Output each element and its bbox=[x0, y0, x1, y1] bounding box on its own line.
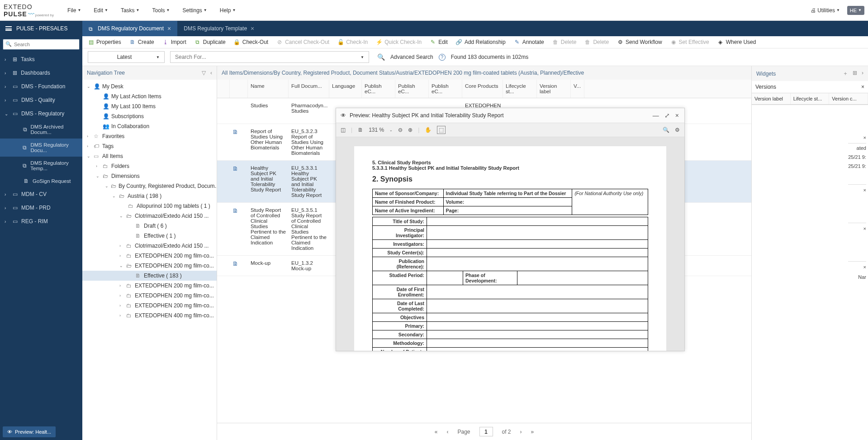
zoom-out-icon[interactable]: ⊖ bbox=[398, 127, 403, 133]
sidebar-item[interactable]: ›▭DMS - Foundation bbox=[0, 80, 82, 93]
grid-header[interactable]: Publish eC... bbox=[395, 80, 429, 98]
page-input[interactable] bbox=[479, 427, 493, 436]
toolbar-import[interactable]: ⭳Import bbox=[162, 39, 186, 45]
tree-node[interactable]: ›🗀EXTEDOPHEN 200 mg film-co... bbox=[82, 251, 217, 261]
toolbar-check-out[interactable]: 🔒Check-Out bbox=[234, 39, 268, 45]
close-icon[interactable]: × bbox=[863, 226, 866, 231]
menu-tasks[interactable]: Tasks▼ bbox=[121, 7, 140, 14]
tree-node[interactable]: ⌄🗁Austria ( 198 ) bbox=[82, 191, 217, 201]
menu-settings[interactable]: Settings▼ bbox=[182, 7, 207, 14]
tree-node[interactable]: ›☆Favorites bbox=[82, 131, 217, 141]
sidebar-item[interactable]: ›⊞Tasks bbox=[0, 53, 82, 66]
toolbar-send-workflow[interactable]: ⚙Send Workflow bbox=[617, 39, 662, 45]
bottom-preview-button[interactable]: 👁 Preview: Healt... bbox=[3, 426, 56, 437]
close-icon[interactable]: × bbox=[674, 111, 680, 120]
sidebar-item[interactable]: 🗎GoSign Request bbox=[0, 175, 82, 187]
menu-help[interactable]: Help▼ bbox=[220, 7, 236, 14]
tree-node[interactable]: ⌄🗁Dimensions bbox=[82, 171, 217, 181]
menu-edit[interactable]: Edit▼ bbox=[94, 7, 108, 14]
grid-header[interactable]: Name bbox=[248, 80, 289, 98]
latest-dropdown[interactable]: Latest▼ bbox=[88, 51, 165, 63]
collapse-icon[interactable]: ‹ bbox=[210, 70, 212, 76]
sidebar-item[interactable]: ⌄▭DMS - Regulatory bbox=[0, 107, 82, 120]
toolbar-create[interactable]: 🗎Create bbox=[129, 39, 154, 45]
grid-header[interactable]: Publish eC... bbox=[429, 80, 462, 98]
prev-page[interactable]: ‹ bbox=[446, 429, 448, 435]
toolbar-properties[interactable]: ▤Properties bbox=[88, 39, 121, 45]
hamburger-icon[interactable] bbox=[5, 26, 12, 31]
close-icon[interactable]: × bbox=[167, 25, 171, 32]
tree-node[interactable]: ⌄🗁Clotrimazol/Extedo Acid 150 ... bbox=[82, 211, 217, 221]
toolbar-where-used[interactable]: ◈Where Used bbox=[717, 39, 756, 45]
grid-header[interactable]: Publish eC... bbox=[362, 80, 395, 98]
tree-node[interactable]: ›🗀EXTEDOPHEN 200 mg film-co... bbox=[82, 301, 217, 311]
tree-node[interactable]: ›🗀EXTEDOPHEN 200 mg film-co... bbox=[82, 281, 217, 291]
sidebar-item[interactable]: ›▭MDM - CV bbox=[0, 187, 82, 201]
minimize-icon[interactable]: — bbox=[652, 111, 660, 120]
tree-node[interactable]: 👤My Last 100 Items bbox=[82, 101, 217, 111]
search-icon[interactable]: 🔍 bbox=[377, 53, 385, 61]
close-icon[interactable]: × bbox=[863, 264, 866, 270]
sidebar-item[interactable]: ⧉DMS Regulatory Temp... bbox=[0, 157, 82, 175]
zoom-level[interactable]: 131 % bbox=[369, 127, 384, 133]
grid-header[interactable]: Version label bbox=[537, 80, 571, 98]
tree-node[interactable]: 🗎Effective ( 1 ) bbox=[82, 231, 217, 241]
grid-header[interactable]: Lifecycle st... bbox=[503, 80, 537, 98]
toolbar-annotate[interactable]: ✎Annotate bbox=[514, 39, 544, 45]
select-icon[interactable]: ⬚ bbox=[437, 126, 446, 134]
grid-header[interactable]: V... bbox=[571, 80, 584, 98]
advanced-search-link[interactable]: Advanced Search bbox=[390, 54, 433, 60]
sidebar-item[interactable]: ›▭REG - RIM bbox=[0, 215, 82, 228]
menu-file[interactable]: File▼ bbox=[67, 7, 81, 14]
sidebar-search[interactable] bbox=[3, 39, 80, 50]
tree-node[interactable]: ⌄👤My Desk bbox=[82, 81, 217, 91]
add-icon[interactable]: ＋ bbox=[843, 70, 848, 77]
sidebar-toggle-icon[interactable]: ◫ bbox=[341, 127, 346, 133]
help-icon[interactable]: ? bbox=[439, 54, 446, 61]
zoom-in-icon[interactable]: ⊕ bbox=[408, 127, 413, 133]
next-page[interactable]: › bbox=[520, 429, 522, 435]
gear-icon[interactable]: ⚙ bbox=[675, 127, 680, 133]
sidebar-item[interactable]: ⧉DMS Archived Docum... bbox=[0, 120, 82, 139]
tree-node[interactable]: 👤My Last Action Items bbox=[82, 91, 217, 101]
grid-icon[interactable]: ⊞ bbox=[853, 70, 857, 77]
close-icon[interactable]: × bbox=[251, 25, 254, 32]
tree-node[interactable]: ⌄▭All Items bbox=[82, 151, 217, 161]
chevron-right-icon[interactable]: › bbox=[862, 70, 863, 77]
close-icon[interactable]: × bbox=[863, 187, 866, 193]
toolbar-edit[interactable]: ✎Edit bbox=[430, 39, 448, 45]
user-menu[interactable]: HE▼ bbox=[847, 6, 864, 15]
close-icon[interactable]: × bbox=[861, 84, 864, 90]
close-icon[interactable]: × bbox=[863, 135, 866, 140]
tree-node[interactable]: 🗀Allopurinol 100 mg tablets ( 1 ) bbox=[82, 201, 217, 211]
tab-dms-reg-doc[interactable]: ⧉ DMS Regulatory Document × bbox=[82, 21, 177, 36]
tree-node[interactable]: ›🗀Folders bbox=[82, 161, 217, 171]
last-page[interactable]: » bbox=[531, 429, 534, 435]
sidebar-item[interactable]: ›▭MDM - PRD bbox=[0, 201, 82, 215]
sidebar-item[interactable]: ›▭DMS - Quality bbox=[0, 93, 82, 107]
tree-node[interactable]: 🗎Effective ( 183 ) bbox=[82, 271, 217, 281]
tree-node[interactable]: ⌄🗁EXTEDOPHEN 200 mg film-co... bbox=[82, 261, 217, 271]
toolbar-add-relationship[interactable]: 🔗Add Relationship bbox=[456, 39, 506, 45]
search-input[interactable] bbox=[175, 54, 360, 60]
filter-icon[interactable]: ▽ bbox=[202, 70, 206, 76]
tree-node[interactable]: 🗎Draft ( 6 ) bbox=[82, 221, 217, 231]
tab-dms-reg-template[interactable]: DMS Regulatory Template × bbox=[177, 21, 261, 36]
tree-node[interactable]: ›🗀EXTEDOPHEN 400 mg film-co... bbox=[82, 311, 217, 320]
tree-node[interactable]: ›🏷Tags bbox=[82, 141, 217, 151]
grid-header[interactable]: Core Products bbox=[462, 80, 503, 98]
maximize-icon[interactable]: ⤢ bbox=[664, 111, 671, 120]
tree-node[interactable]: 👥In Collaboration bbox=[82, 121, 217, 131]
first-page[interactable]: « bbox=[435, 429, 438, 435]
tree-node[interactable]: ⌄🗁By Country, Registered Product, Docum.… bbox=[82, 181, 217, 191]
tree-node[interactable]: ›🗀EXTEDOPHEN 200 mg film-co... bbox=[82, 291, 217, 301]
grid-header[interactable]: Language bbox=[329, 80, 362, 98]
chevron-down-icon[interactable]: ▼ bbox=[360, 55, 364, 59]
grid-header[interactable]: Full Docum... bbox=[289, 80, 329, 98]
search-icon[interactable]: 🔍 bbox=[663, 127, 669, 133]
tree-node[interactable]: 👤Subscriptions bbox=[82, 111, 217, 121]
sidebar-item[interactable]: ⧉DMS Regulatory Docu... bbox=[0, 139, 82, 157]
grid-header[interactable] bbox=[217, 80, 230, 98]
page-icon[interactable]: 🗎 bbox=[358, 127, 363, 133]
grid-header[interactable] bbox=[230, 80, 248, 98]
